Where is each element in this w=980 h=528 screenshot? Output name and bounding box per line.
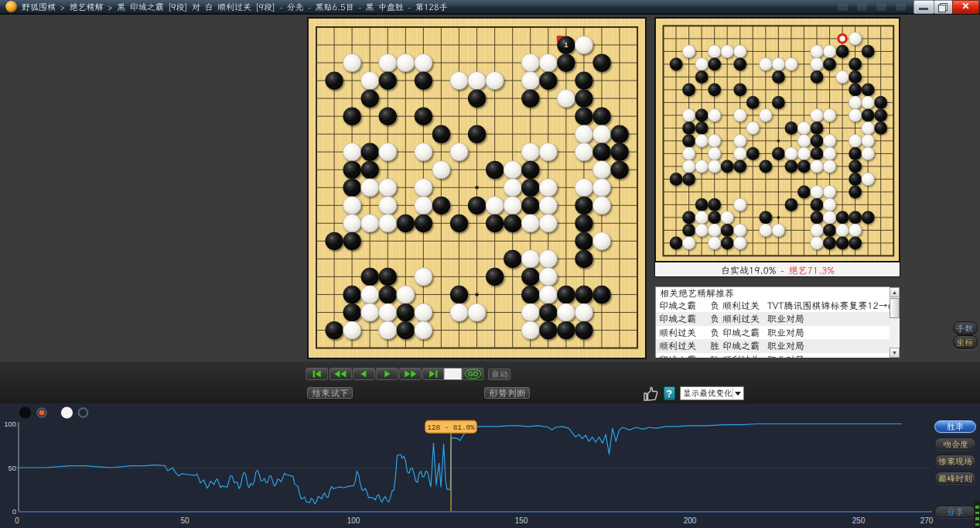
- svg-text:128 - 81.0%: 128 - 81.0%: [427, 423, 475, 432]
- svg-text:270: 270: [920, 516, 934, 525]
- svg-text:150: 150: [515, 516, 528, 525]
- svg-text:50: 50: [8, 464, 16, 472]
- svg-text:100: 100: [4, 420, 16, 428]
- svg-text:250: 250: [852, 516, 866, 525]
- svg-text:1: 1: [564, 40, 568, 49]
- svg-text:200: 200: [684, 516, 697, 525]
- svg-text:100: 100: [347, 516, 360, 525]
- svg-text:0: 0: [12, 507, 16, 516]
- svg-text:0: 0: [15, 516, 19, 525]
- svg-text:50: 50: [180, 516, 190, 525]
- svg-text:GO: GO: [468, 370, 479, 378]
